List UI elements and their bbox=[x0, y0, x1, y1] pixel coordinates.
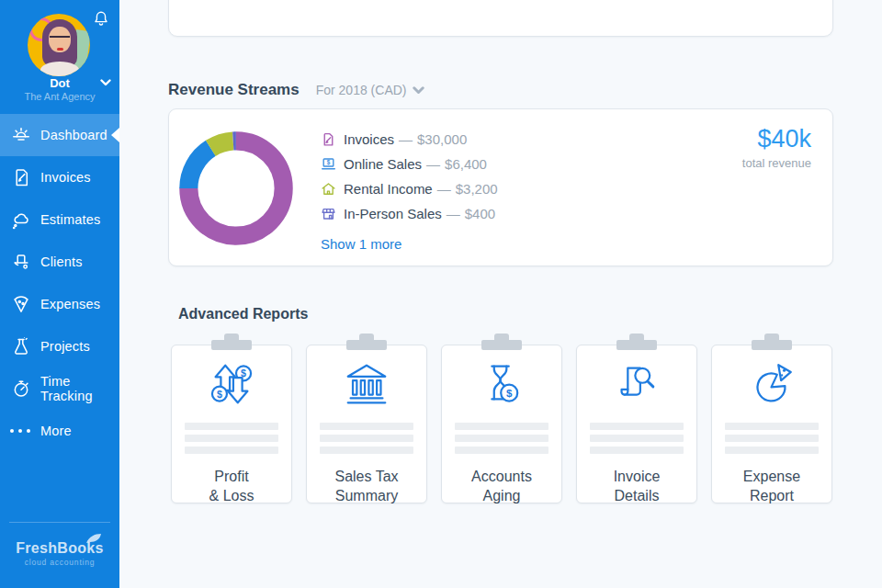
total-revenue-value: $40k bbox=[742, 125, 811, 153]
report-card-accounts-aging[interactable]: $ Accounts Aging bbox=[441, 345, 562, 503]
clipboard-clip-icon bbox=[752, 340, 792, 350]
clipboard-clip-icon bbox=[346, 340, 387, 350]
clipboard-clip-icon bbox=[211, 340, 252, 350]
report-card-label: Accounts Aging bbox=[471, 467, 532, 505]
report-card-invoice-details[interactable]: Invoice Details bbox=[576, 345, 697, 503]
report-card-profit-loss[interactable]: $ $ Profit & Loss bbox=[171, 345, 292, 503]
svg-text:$: $ bbox=[217, 389, 222, 400]
revenue-legend: Invoices — $30,000 $ Online Sales — $6,4… bbox=[321, 127, 498, 253]
revenue-title: Revenue Streams bbox=[168, 81, 300, 99]
invoice-pen-icon bbox=[321, 131, 336, 147]
legend-label: Rental Income bbox=[344, 181, 433, 197]
legend-amount: $6,400 bbox=[445, 156, 487, 172]
sidebar-item-label: Clients bbox=[40, 254, 83, 269]
legend-row-online-sales: $ Online Sales — $6,400 bbox=[321, 152, 498, 176]
report-card-label: Invoice Details bbox=[614, 467, 661, 505]
total-revenue-caption: total revenue bbox=[742, 156, 811, 170]
storefront-icon bbox=[321, 206, 336, 221]
legend-row-rental-income: Rental Income — $3,200 bbox=[321, 176, 498, 201]
avatar-glasses bbox=[50, 36, 70, 40]
pizza-chart-icon bbox=[745, 357, 798, 411]
sidebar-item-label: Invoices bbox=[40, 170, 91, 185]
svg-text:$: $ bbox=[506, 387, 513, 399]
total-revenue: $40k total revenue bbox=[742, 125, 811, 170]
active-item-caret bbox=[111, 128, 119, 142]
ellipsis-icon bbox=[10, 420, 32, 442]
main-content: Revenue Streams For 2018 (CAD) Invoices … bbox=[119, 0, 882, 588]
revenue-donut-chart[interactable] bbox=[179, 131, 293, 245]
legend-separator: — bbox=[399, 131, 413, 147]
document-magnifier-icon bbox=[610, 357, 663, 411]
stopwatch-icon bbox=[10, 378, 32, 400]
clipboard-clip-icon bbox=[616, 340, 657, 350]
legend-amount: $3,200 bbox=[456, 181, 498, 197]
card-placeholder-lines bbox=[320, 423, 413, 458]
house-icon bbox=[321, 181, 336, 197]
report-card-label: Profit & Loss bbox=[209, 467, 254, 505]
revenue-streams-card: Invoices — $30,000 $ Online Sales — $6,4… bbox=[168, 108, 833, 266]
sidebar-item-label: Projects bbox=[40, 339, 90, 354]
sidebar-item-label: More bbox=[40, 424, 72, 438]
sidebar-item-expenses[interactable]: Expenses bbox=[0, 283, 119, 325]
svg-text:$: $ bbox=[327, 159, 331, 166]
sidebar-item-label: Dashboard bbox=[40, 128, 107, 142]
legend-amount: $30,000 bbox=[417, 131, 467, 147]
card-placeholder-lines bbox=[455, 423, 548, 458]
legend-label: In-Person Sales bbox=[344, 206, 442, 221]
sidebar-item-time-tracking[interactable]: Time Tracking bbox=[0, 368, 119, 410]
user-avatar[interactable] bbox=[28, 14, 90, 76]
user-menu-chevron-icon[interactable] bbox=[100, 79, 111, 86]
freshbooks-logo: FreshBooks cloud accounting bbox=[0, 540, 119, 567]
flask-icon bbox=[10, 335, 32, 357]
cloud-icon bbox=[10, 209, 32, 231]
sidebar-item-label: Expenses bbox=[40, 297, 100, 311]
notifications-bell-icon[interactable] bbox=[91, 9, 111, 29]
sidebar-item-clients[interactable]: Clients bbox=[0, 241, 119, 283]
sidebar-item-invoices[interactable]: Invoices bbox=[0, 156, 119, 198]
legend-separator: — bbox=[437, 181, 451, 197]
avatar-lips bbox=[57, 48, 63, 51]
sidebar-item-more[interactable]: More bbox=[0, 410, 119, 452]
pizza-slice-icon bbox=[10, 293, 32, 315]
revenue-period-filter[interactable]: For 2018 (CAD) bbox=[316, 83, 424, 97]
sunrise-icon bbox=[10, 124, 32, 146]
legend-label: Invoices bbox=[344, 131, 394, 147]
sidebar-item-label: Estimates bbox=[40, 212, 100, 227]
card-placeholder-lines bbox=[725, 423, 819, 458]
sidebar-item-dashboard[interactable]: Dashboard bbox=[0, 114, 119, 156]
sidebar: Dot The Ant Agency Dashboard Invoices bbox=[0, 0, 119, 588]
report-card-expense-report[interactable]: Expense Report bbox=[711, 345, 832, 503]
revenue-header: Revenue Streams For 2018 (CAD) bbox=[168, 81, 424, 99]
legend-label: Online Sales bbox=[344, 156, 422, 172]
invoice-pen-icon bbox=[10, 166, 32, 188]
revenue-filter-label: For 2018 (CAD) bbox=[316, 83, 407, 97]
sidebar-item-estimates[interactable]: Estimates bbox=[0, 198, 119, 241]
profit-loss-arrows-icon: $ $ bbox=[205, 357, 258, 411]
card-placeholder-lines bbox=[185, 423, 278, 458]
sidebar-nav: Dashboard Invoices Estimates bbox=[0, 114, 119, 452]
logo-tagline: cloud accounting bbox=[0, 558, 119, 567]
sidebar-item-projects[interactable]: Projects bbox=[0, 325, 119, 368]
legend-amount: $400 bbox=[465, 206, 495, 221]
show-more-link[interactable]: Show 1 more bbox=[321, 236, 401, 252]
report-card-sales-tax-summary[interactable]: Sales Tax Summary bbox=[306, 345, 427, 503]
chevron-down-icon bbox=[413, 86, 424, 95]
sidebar-item-label: Time Tracking bbox=[40, 374, 119, 403]
card-placeholder-lines bbox=[590, 423, 684, 458]
advanced-reports-title: Advanced Reports bbox=[178, 306, 308, 322]
legend-row-in-person-sales: In-Person Sales — $400 bbox=[321, 201, 498, 226]
avatar-shirt bbox=[40, 62, 79, 76]
report-card-label: Expense Report bbox=[743, 467, 800, 505]
advanced-reports-row: $ $ Profit & Loss bbox=[171, 345, 832, 503]
clipboard-clip-icon bbox=[481, 340, 522, 350]
hourglass-dollar-icon: $ bbox=[475, 357, 528, 411]
legend-separator: — bbox=[447, 206, 460, 221]
bank-icon bbox=[340, 357, 393, 411]
leaf-icon bbox=[85, 533, 102, 544]
user-company: The Ant Agency bbox=[0, 91, 119, 102]
top-hat-icon bbox=[10, 251, 32, 273]
sidebar-divider bbox=[9, 522, 110, 523]
partial-card-above bbox=[168, 0, 833, 37]
legend-separator: — bbox=[426, 156, 440, 172]
report-card-label: Sales Tax Summary bbox=[334, 467, 398, 505]
